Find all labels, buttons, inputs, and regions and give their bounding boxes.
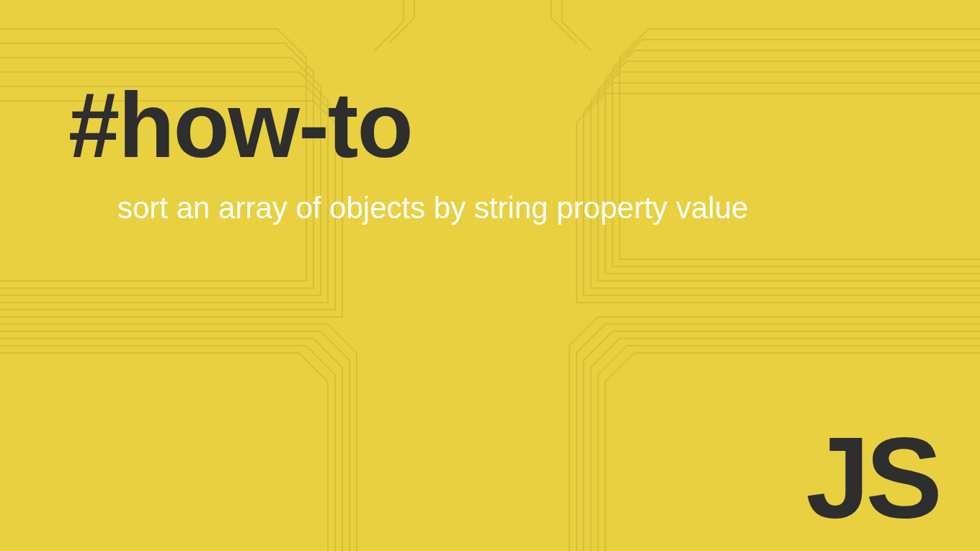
js-logo-badge: JS xyxy=(806,420,938,535)
page-subtitle: sort an array of objects by string prope… xyxy=(117,189,752,228)
page-heading: #how-to xyxy=(68,79,937,171)
hero-content: #how-to sort an array of objects by stri… xyxy=(68,79,937,228)
